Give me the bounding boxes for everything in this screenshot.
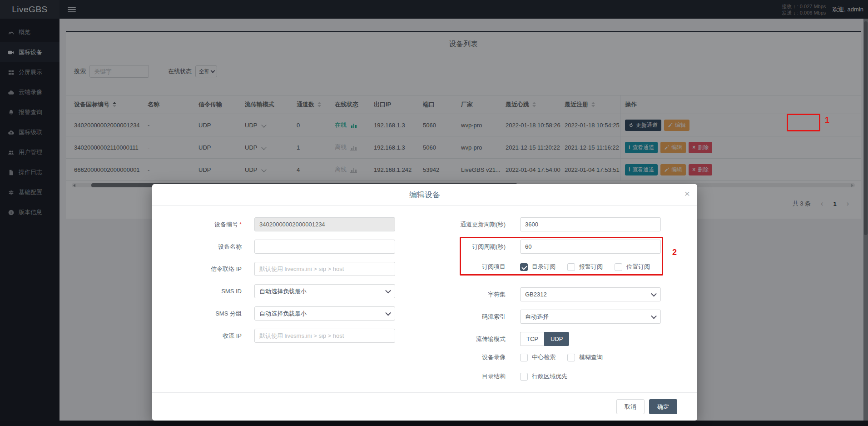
form-row-device-record: 设备录像 中心检索 模糊查询: [418, 352, 684, 362]
sip-host-field[interactable]: [254, 262, 395, 276]
device-id-label: 设备编号*: [152, 221, 242, 229]
stream-index-label: 码流索引: [418, 313, 506, 321]
transport-toggle: TCP UDP: [520, 332, 569, 346]
stream-ip-label: 收流 IP: [152, 332, 242, 340]
checkbox-icon[interactable]: [520, 354, 528, 361]
form-row-device-name: 设备名称: [152, 240, 402, 254]
catalog-structure-label: 目录结构: [418, 372, 506, 381]
stream-index-select-wrap: 自动选择: [520, 310, 661, 324]
channel-refresh-field[interactable]: [520, 217, 661, 231]
close-icon[interactable]: ×: [684, 189, 690, 198]
device-record-label: 设备录像: [418, 353, 506, 361]
catalog-structure-group: 行政区域优先: [520, 372, 567, 381]
device-name-label: 设备名称: [152, 243, 242, 251]
checkbox-icon[interactable]: [567, 354, 575, 361]
edit-device-modal: 编辑设备 × 设备编号* 设备名称 信令联络 IP SMS ID 自动选择负载最…: [152, 184, 697, 421]
fuzzy-query-checkbox[interactable]: 模糊查询: [567, 353, 603, 361]
sms-group-select[interactable]: 自动选择负载最小: [254, 306, 395, 321]
checkbox-icon[interactable]: [520, 373, 528, 381]
sms-id-select[interactable]: 自动选择负载最小: [254, 284, 395, 298]
form-row-sip-host: 信令联络 IP: [152, 262, 402, 276]
device-id-field: [254, 217, 395, 231]
form-row-sms-group: SMS 分组 自动选择负载最小: [152, 306, 402, 321]
required-mark: *: [239, 221, 242, 228]
modal-form-left-column: 设备编号* 设备名称 信令联络 IP SMS ID 自动选择负载最小 SMS 分…: [152, 217, 402, 351]
form-row-catalog-structure: 目录结构 行政区域优先: [418, 371, 684, 381]
admin-region-priority-checkbox[interactable]: 行政区域优先: [520, 372, 567, 381]
sms-group-label: SMS 分组: [152, 310, 242, 318]
tcp-toggle-button[interactable]: TCP: [520, 332, 544, 346]
device-name-field[interactable]: [254, 240, 395, 254]
modal-title: 编辑设备: [152, 184, 697, 206]
annotation-number-2: 2: [672, 248, 677, 257]
annotation-box-step2: [460, 237, 663, 276]
sip-host-label: 信令联络 IP: [152, 265, 242, 273]
cancel-button[interactable]: 取消: [616, 399, 645, 414]
charset-label: 字符集: [418, 291, 506, 299]
transport-label: 流传输模式: [418, 335, 506, 343]
udp-toggle-button[interactable]: UDP: [544, 332, 569, 346]
charset-select-wrap: GB2312: [520, 287, 661, 301]
form-row-stream-index: 码流索引 自动选择: [418, 310, 684, 324]
sms-id-select-wrap: 自动选择负载最小: [254, 284, 395, 298]
channel-refresh-label: 通道更新周期(秒): [418, 221, 506, 229]
annotation-number-1: 1: [825, 115, 829, 125]
sms-group-select-wrap: 自动选择负载最小: [254, 306, 395, 321]
modal-footer: 取消 确定: [152, 392, 697, 421]
form-row-stream-ip: 收流 IP: [152, 329, 402, 343]
livegbs-app: LiveGBS 概览 国标设备 分屏展示 云端录像 报警查询: [0, 0, 868, 426]
center-search-checkbox[interactable]: 中心检索: [520, 353, 556, 361]
annotation-box-step1: [787, 114, 820, 131]
stream-index-select[interactable]: 自动选择: [520, 310, 661, 324]
modal-header: 编辑设备 ×: [152, 184, 697, 206]
sms-id-label: SMS ID: [152, 288, 242, 295]
stream-ip-field[interactable]: [254, 329, 395, 343]
confirm-button[interactable]: 确定: [649, 399, 677, 414]
form-row-charset: 字符集 GB2312: [418, 287, 684, 301]
device-record-group: 中心检索 模糊查询: [520, 353, 603, 361]
form-row-channel-refresh: 通道更新周期(秒): [418, 217, 684, 231]
form-row-sms-id: SMS ID 自动选择负载最小: [152, 284, 402, 298]
charset-select[interactable]: GB2312: [520, 287, 661, 301]
form-row-transport: 流传输模式 TCP UDP: [418, 332, 684, 346]
form-row-device-id: 设备编号*: [152, 217, 402, 231]
